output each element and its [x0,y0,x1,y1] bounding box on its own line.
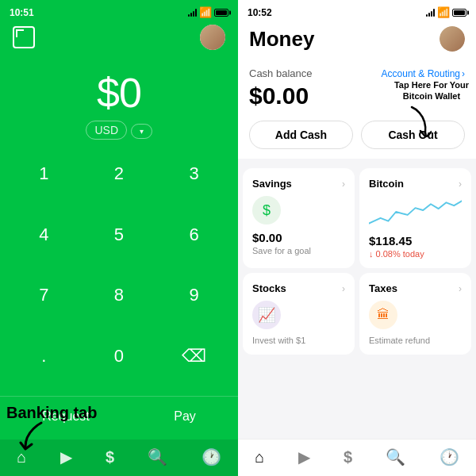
key-0[interactable]: 0 [82,336,157,377]
stocks-title: Stocks [252,282,286,294]
stocks-card[interactable]: Stocks › 📈 Invest with $1 [243,273,355,355]
left-status-icons: 📶 [188,6,228,18]
right-signal-icon [426,9,435,17]
bitcoin-amount: $118.45 [369,234,462,248]
bitcoin-change: ↓ 0.08% today [369,249,462,259]
left-top-icons [0,21,238,50]
savings-card[interactable]: Savings › $ $0.00 Save for a goal [243,168,355,268]
key-7[interactable]: 7 [6,274,82,316]
page-title: Money [249,27,314,52]
bitcoin-card[interactable]: Bitcoin › $118.45 ↓ 0.08% today [359,168,471,268]
left-nav-search[interactable]: 🔍 [141,446,174,468]
signal-icon [188,9,197,17]
savings-amount: $0.00 [252,231,345,244]
cards-grid: Savings › $ $0.00 Save for a goal Bitcoi… [238,163,476,359]
tap-arrow-icon [392,106,432,137]
right-nav-activity[interactable]: ▶ [292,446,317,468]
savings-icon: $ [252,196,281,225]
bitcoin-card-header: Bitcoin › [369,178,462,190]
numpad: 1 2 3 4 5 6 7 8 9 . 0 ⌫ [0,153,238,396]
key-dot[interactable]: . [6,336,82,377]
savings-chevron: › [342,178,345,190]
right-nav-search[interactable]: 🔍 [379,446,412,468]
taxes-chevron: › [459,283,462,294]
right-time: 10:52 [248,7,272,18]
left-time: 10:51 [10,7,34,18]
add-cash-button[interactable]: Add Cash [249,121,353,149]
left-status-bar: 10:51 📶 [0,0,238,21]
cash-balance-label: Cash balance [249,67,313,79]
avatar[interactable] [200,25,225,50]
right-status-bar: 10:52 📶 [238,0,476,21]
taxes-icon: 🏛 [369,301,397,329]
right-panel: 10:52 📶 Money Cash balance [238,0,476,476]
stocks-icon: 📈 [252,301,281,329]
savings-card-header: Savings › [252,178,345,190]
stocks-card-header: Stocks › [252,282,345,294]
currency-chevron: ▾ [131,124,152,139]
right-wifi-icon: 📶 [437,6,450,18]
account-routing-text: Account & Routing [382,68,460,79]
key-6[interactable]: 6 [156,214,232,255]
taxes-subtitle: Estimate refund [369,336,462,345]
key-3[interactable]: 3 [156,153,232,194]
left-nav-history[interactable]: 🕐 [195,446,228,468]
bitcoin-title: Bitcoin [369,178,404,190]
cash-balance-section: Cash balance Account & Routing › $0.00 T… [238,60,476,159]
arrow-icon [17,419,49,451]
right-dollar-icon: $ [344,449,352,465]
wifi-icon: 📶 [199,6,212,18]
stocks-chevron: › [342,283,345,294]
banking-arrow [17,419,49,454]
bitcoin-chevron: › [459,178,462,190]
key-2[interactable]: 2 [82,153,157,194]
account-routing-link[interactable]: Account & Routing › [382,68,465,79]
right-search-icon: 🔍 [386,449,405,465]
tap-annotation-container: Tap Here For Your Bitcoin Wallet [392,79,471,140]
right-nav: ⌂ ▶ $ 🔍 🕐 [238,439,476,476]
savings-subtitle: Save for a goal [252,246,345,255]
currency-value[interactable]: USD [86,121,127,140]
right-nav-history[interactable]: 🕐 [433,446,466,468]
currency-selector[interactable]: USD ▾ [0,123,238,137]
right-status-icons: 📶 [426,6,466,18]
bitcoin-chart [369,196,462,228]
amount-display: $0 [0,69,238,117]
taxes-card-header: Taxes › [369,282,462,294]
savings-title: Savings [252,178,292,190]
right-play-icon: ▶ [298,449,310,465]
stocks-subtitle: Invest with $1 [252,336,345,345]
scan-icon[interactable] [13,26,35,48]
taxes-card[interactable]: Taxes › 🏛 Estimate refund [359,273,471,355]
right-header: Money [238,21,476,60]
dollar-icon: $ [106,449,114,465]
key-1[interactable]: 1 [6,153,82,194]
key-5[interactable]: 5 [82,214,157,255]
right-home-icon: ⌂ [255,449,264,465]
left-nav-activity[interactable]: ▶ [54,446,79,468]
play-icon: ▶ [60,449,72,465]
cash-amount: $0.00 [249,83,309,109]
clock-icon: 🕐 [202,449,221,465]
right-battery-icon [452,9,466,17]
key-4[interactable]: 4 [6,214,82,255]
account-routing-chevron: › [462,68,465,79]
right-nav-cash[interactable]: $ [337,446,359,468]
right-content: Cash balance Account & Routing › $0.00 T… [238,60,476,439]
left-nav-cash[interactable]: $ [99,446,121,468]
taxes-title: Taxes [369,282,397,294]
search-icon: 🔍 [148,449,167,465]
key-backspace[interactable]: ⌫ [156,336,232,377]
right-nav-home[interactable]: ⌂ [248,446,271,468]
right-clock-icon: 🕐 [440,449,459,465]
right-avatar[interactable] [440,26,465,52]
left-panel: 10:51 📶 $0 USD ▾ 1 2 3 [0,0,238,476]
key-8[interactable]: 8 [82,274,157,316]
tap-annotation-text: Tap Here For Your Bitcoin Wallet [392,79,471,102]
cash-balance-header: Cash balance Account & Routing › [249,67,465,79]
key-9[interactable]: 9 [156,274,232,316]
battery-icon [214,9,228,17]
amount-value: $0 [0,69,238,117]
pay-button[interactable]: Pay [155,403,215,430]
